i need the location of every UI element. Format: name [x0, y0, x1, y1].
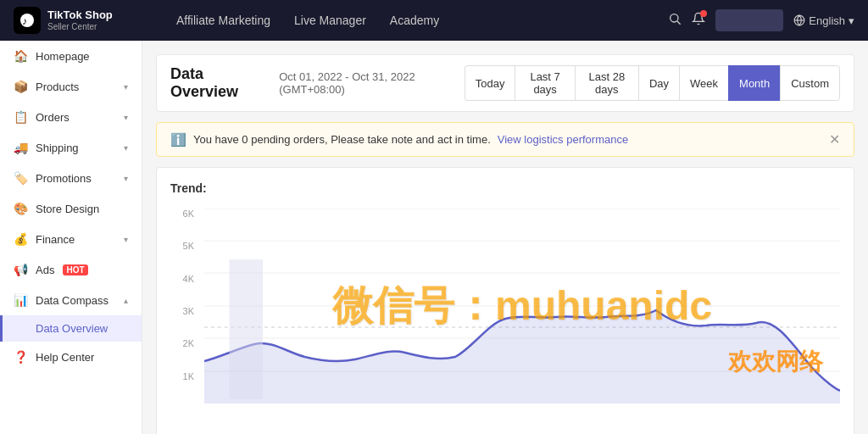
- nav-live-manager[interactable]: Live Manager: [294, 14, 366, 27]
- brand-name: TikTok Shop: [47, 8, 113, 22]
- sidebar-label-products: Products: [36, 81, 79, 93]
- alert-message: You have 0 pending orders, Please take n…: [193, 133, 491, 146]
- sidebar-label-shipping: Shipping: [36, 142, 79, 154]
- home-icon: 🏠: [14, 49, 27, 63]
- chevron-icon-promotions: ▾: [124, 174, 128, 183]
- search-button[interactable]: [668, 12, 682, 29]
- chart-title: Trend:: [170, 181, 840, 195]
- nav-academy[interactable]: Academy: [390, 14, 439, 27]
- page-title: Data Overview: [170, 65, 265, 101]
- sidebar: 🏠 Homepage 📦 Products ▾ 📋 Orders ▾ 🚚 Shi…: [0, 41, 142, 434]
- sidebar-item-store-design[interactable]: 🎨 Store Design: [0, 193, 142, 224]
- brand-sub: Seller Center: [47, 22, 113, 32]
- y-label-6k: 6K: [170, 209, 201, 219]
- main-content: Data Overview Oct 01, 2022 - Oct 31, 202…: [142, 41, 868, 434]
- alert-banner: ℹ️ You have 0 pending orders, Please tak…: [156, 122, 854, 157]
- date-range: Oct 01, 2022 - Oct 31, 2022 (GMT+08:00): [279, 70, 465, 96]
- content-title-area: Data Overview Oct 01, 2022 - Oct 31, 202…: [170, 65, 465, 101]
- shipping-icon: 🚚: [14, 141, 27, 154]
- sidebar-label-homepage: Homepage: [36, 50, 90, 63]
- data-compass-icon: 📊: [14, 293, 27, 307]
- content-header: Data Overview Oct 01, 2022 - Oct 31, 202…: [156, 54, 854, 112]
- sidebar-label-data-compass: Data Compass: [36, 294, 108, 307]
- chevron-down-icon: ▾: [849, 14, 854, 27]
- svg-point-2: [670, 14, 678, 22]
- sidebar-item-finance[interactable]: 💰 Finance ▾: [0, 224, 142, 254]
- sidebar-sub-label-data-overview: Data Overview: [36, 322, 108, 335]
- y-label-4k: 4K: [170, 274, 201, 284]
- svg-text:♪: ♪: [22, 15, 27, 27]
- sidebar-label-finance: Finance: [36, 233, 75, 246]
- language-selector[interactable]: English ▾: [793, 14, 854, 27]
- nav-affiliate-marketing[interactable]: Affiliate Marketing: [176, 14, 270, 27]
- sidebar-label-ads: Ads: [36, 264, 54, 276]
- sidebar-label-store-design: Store Design: [36, 203, 99, 215]
- chevron-icon-products: ▾: [124, 82, 128, 92]
- ads-icon: 📢: [14, 263, 27, 276]
- svg-line-3: [677, 21, 681, 25]
- chevron-icon-orders: ▾: [124, 113, 128, 122]
- date-btn-week[interactable]: Week: [679, 65, 728, 101]
- top-navigation: ♪ TikTok Shop Seller Center Affiliate Ma…: [0, 0, 868, 41]
- sidebar-item-help-center[interactable]: ❓ Help Center: [0, 342, 142, 372]
- y-label-5k: 5K: [170, 241, 201, 251]
- chevron-icon-finance: ▾: [124, 235, 128, 244]
- trend-chart: [204, 209, 840, 403]
- sidebar-item-shipping[interactable]: 🚚 Shipping ▾: [0, 132, 142, 163]
- notification-button[interactable]: [692, 12, 705, 29]
- nav-links: Affiliate Marketing Live Manager Academy: [176, 14, 641, 27]
- alert-left: ℹ️ You have 0 pending orders, Please tak…: [170, 132, 628, 147]
- hot-badge: HOT: [63, 264, 87, 275]
- sidebar-label-orders: Orders: [36, 111, 70, 124]
- y-label-3k: 3K: [170, 306, 201, 316]
- date-btn-today[interactable]: Today: [465, 65, 515, 101]
- sidebar-item-orders[interactable]: 📋 Orders ▾: [0, 102, 142, 132]
- sidebar-sub-data-overview[interactable]: Data Overview: [0, 315, 142, 342]
- sidebar-item-data-compass[interactable]: 📊 Data Compass ▴: [0, 285, 142, 315]
- date-btn-custom[interactable]: Custom: [780, 65, 840, 101]
- y-label-1k: 1K: [170, 371, 201, 381]
- language-label: English: [809, 14, 845, 27]
- y-axis: 6K 5K 4K 3K 2K 1K: [170, 209, 201, 403]
- alert-close-button[interactable]: ✕: [829, 131, 840, 147]
- logo: ♪ TikTok Shop Seller Center: [14, 7, 149, 34]
- logo-text: TikTok Shop Seller Center: [47, 8, 113, 32]
- chart-bar: [230, 259, 263, 399]
- date-btn-last28[interactable]: Last 28 days: [575, 65, 638, 101]
- alert-link[interactable]: View logistics performance: [498, 133, 628, 146]
- sidebar-label-promotions: Promotions: [36, 172, 92, 185]
- notification-dot: [700, 10, 707, 17]
- main-layout: 🏠 Homepage 📦 Products ▾ 📋 Orders ▾ 🚚 Shi…: [0, 41, 868, 434]
- store-design-icon: 🎨: [14, 202, 27, 215]
- logo-icon: ♪: [14, 7, 41, 34]
- chart-area: Trend: 6K 5K 4K 3K 2K 1K: [156, 167, 854, 434]
- promotions-icon: 🏷️: [14, 171, 27, 185]
- avatar-button[interactable]: [715, 9, 783, 31]
- sidebar-item-promotions[interactable]: 🏷️ Promotions ▾: [0, 163, 142, 193]
- alert-icon: ℹ️: [170, 132, 186, 147]
- chart-inner: 微信号：muhuanidc 欢欢网络: [204, 209, 840, 403]
- date-btn-last7[interactable]: Last 7 days: [515, 65, 574, 101]
- sidebar-item-products[interactable]: 📦 Products ▾: [0, 71, 142, 102]
- sidebar-item-homepage[interactable]: 🏠 Homepage: [0, 41, 142, 71]
- y-label-2k: 2K: [170, 338, 201, 348]
- date-btn-month[interactable]: Month: [728, 65, 780, 101]
- sidebar-item-ads[interactable]: 📢 Ads HOT: [0, 254, 142, 285]
- date-buttons: Today Last 7 days Last 28 days Day Week …: [465, 65, 840, 101]
- help-center-icon: ❓: [14, 350, 27, 364]
- sidebar-label-help-center: Help Center: [36, 351, 94, 364]
- chevron-icon-data-compass: ▴: [124, 296, 128, 305]
- nav-right: English ▾: [668, 9, 854, 31]
- products-icon: 📦: [14, 80, 27, 93]
- date-btn-day[interactable]: Day: [638, 65, 679, 101]
- finance-icon: 💰: [14, 232, 27, 246]
- chevron-icon-shipping: ▾: [124, 143, 128, 153]
- chart-container: 6K 5K 4K 3K 2K 1K: [170, 209, 840, 429]
- orders-icon: 📋: [14, 110, 27, 124]
